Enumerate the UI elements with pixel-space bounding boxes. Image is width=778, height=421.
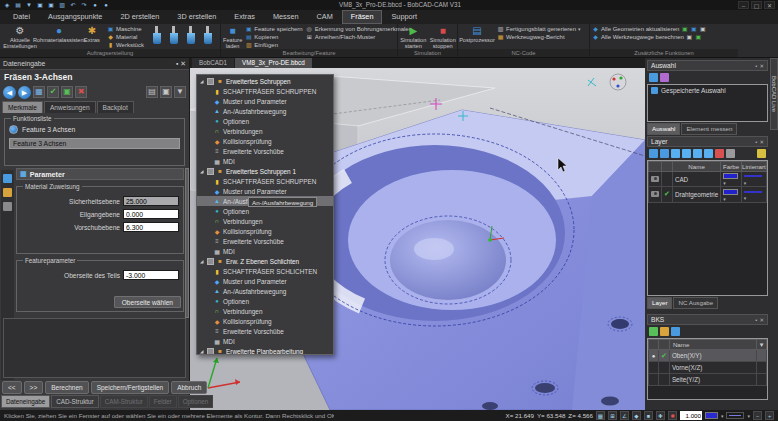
tree-item[interactable]: ▮ SCHAFTFRÄSER SCHRUPPEN <box>197 86 333 96</box>
forward-arrow-button[interactable]: ▶ <box>18 86 31 99</box>
open-file-icon[interactable]: ▼ <box>25 1 33 9</box>
cancel-x-icon[interactable]: ✖ <box>75 86 87 98</box>
wizard-tab[interactable]: Merkmale <box>2 101 43 113</box>
layer-settings-icon[interactable] <box>726 149 735 158</box>
tree-item[interactable]: ∩ Verbindungen <box>197 126 333 136</box>
layer-folder-icon[interactable] <box>660 149 669 158</box>
close-icon[interactable]: ✕ <box>759 63 764 69</box>
grid-icon[interactable]: ▦ <box>33 86 45 98</box>
rapid-plane-input[interactable] <box>123 209 179 219</box>
top-of-part-input[interactable] <box>123 270 179 280</box>
tree-item[interactable]: ▮ SCHAFTFRÄSER SCHLICHTEN <box>197 266 333 276</box>
caret-icon[interactable]: ◢ <box>200 349 205 354</box>
tree-item[interactable]: ◆ Muster und Parameter <box>197 96 333 106</box>
undo-icon[interactable]: ↶ <box>69 1 77 9</box>
menu-tab[interactable]: Messen <box>264 10 308 24</box>
layer-color-swatch[interactable] <box>723 173 738 179</box>
tree-item[interactable]: ≡ Erweiterte Vorschübe <box>197 236 333 246</box>
layer-key-icon[interactable] <box>757 149 766 158</box>
close-icon[interactable]: ✕ <box>180 60 186 67</box>
start-simulation-button[interactable]: ▶ Simulation starten <box>400 25 427 49</box>
stop-simulation-button[interactable]: ■ Simulation stoppen <box>430 25 457 49</box>
endmill-tool-icon[interactable] <box>153 26 161 44</box>
minimize-button[interactable]: – <box>738 1 749 9</box>
menu-tab[interactable]: Extras <box>225 10 264 24</box>
grid-toggle-icon[interactable]: ▦ <box>596 411 605 420</box>
decrease-icon[interactable]: − <box>753 411 762 420</box>
delete-layer-icon[interactable] <box>715 149 724 158</box>
print-icon[interactable]: ▥ <box>58 1 66 9</box>
select-top-button[interactable]: Oberseite wählen <box>114 296 181 308</box>
save-all-icon[interactable]: ▣ <box>47 1 55 9</box>
mini-icon[interactable]: ▣ <box>699 26 706 33</box>
node-box-icon[interactable] <box>207 78 214 85</box>
menu-tab[interactable]: 2D erstellen <box>111 10 168 24</box>
layer-color-swatch[interactable] <box>723 189 738 195</box>
tree-item[interactable]: ◆ Kollisionsprüfung <box>197 136 333 146</box>
add-ucs-icon[interactable] <box>649 327 658 336</box>
menu-tab[interactable]: Datei <box>4 10 39 24</box>
ortho-toggle-icon[interactable]: ◆ <box>632 411 641 420</box>
wizard-button[interactable]: Berechnen <box>45 381 88 394</box>
tree-item[interactable]: ◆ Kollisionsprüfung <box>197 316 333 326</box>
layer-down-icon[interactable] <box>682 149 691 158</box>
panel-tab[interactable]: CAD-Struktur <box>51 395 98 408</box>
tree-item[interactable]: ◢ ■ Erw. Z Ebenen Schlichten <box>197 256 333 266</box>
pin-icon[interactable]: ▪ <box>755 63 757 69</box>
increase-icon[interactable]: + <box>765 411 774 420</box>
feed-plane-input[interactable] <box>123 222 179 232</box>
menu-tab[interactable]: Fräsen <box>342 10 383 24</box>
caret-icon[interactable]: ◢ <box>200 169 205 174</box>
mini-icon[interactable]: ▣ <box>686 34 693 41</box>
select-saved-icon[interactable] <box>660 73 669 82</box>
reference-icon[interactable]: ✱ <box>668 411 677 420</box>
edit-ucs-icon[interactable] <box>660 327 669 336</box>
panel-scrollbar[interactable] <box>185 168 189 318</box>
mini-icon[interactable]: ▣ <box>690 26 697 33</box>
node-box-icon[interactable] <box>207 258 214 265</box>
panel-tab[interactable]: Layer <box>647 297 672 309</box>
maximize-button[interactable]: ▢ <box>751 1 762 9</box>
tree-item[interactable]: ◆ Kollisionsprüfung <box>197 226 333 236</box>
tree-item[interactable]: ∩ Verbindungen <box>197 306 333 316</box>
compute-all-toolpaths-button[interactable]: ◆Alle Werkzeugwege berechnen ▣▣ <box>592 34 706 41</box>
feature-radio[interactable]: Feature 3 Achsen <box>9 125 180 134</box>
machine-button[interactable]: ▣Maschine <box>107 26 144 33</box>
back-arrow-button[interactable]: ◀ <box>3 86 16 99</box>
material-button[interactable]: ◆Material <box>107 34 144 41</box>
pin-icon[interactable]: ▪ <box>176 60 178 67</box>
mini-icon[interactable]: ▣ <box>681 26 688 33</box>
redo-icon[interactable]: ↷ <box>80 1 88 9</box>
parameter-page-icon[interactable] <box>3 174 12 183</box>
bobcad-live-tab[interactable]: BobCAD Live <box>770 58 778 130</box>
caret-icon[interactable]: ◢ <box>200 259 205 264</box>
menu-tab[interactable]: Ausgangspunkte <box>39 10 111 24</box>
angle-toggle-icon[interactable]: ∠ <box>620 411 629 420</box>
tree-item[interactable]: ◢ ■ Erweitertes Schruppen <box>197 76 333 86</box>
wizard-button[interactable]: << <box>2 381 22 394</box>
menu-tab[interactable]: Support <box>382 10 426 24</box>
menu-tab[interactable]: CAM <box>308 10 342 24</box>
list-item[interactable]: Gespeicherte Auswahl <box>648 85 767 96</box>
stock-wizard-button[interactable]: ● Rohmaterialassistent <box>41 25 77 43</box>
select-icon[interactable] <box>649 73 658 82</box>
visibility-camera-icon[interactable] <box>651 176 659 182</box>
filter-icon[interactable]: ▼ <box>758 341 764 348</box>
new-file-icon[interactable]: ▤ <box>14 1 22 9</box>
tree-item[interactable]: ◢ ■ Erweitertes Schruppen 1 <box>197 166 333 176</box>
panel-tab[interactable]: Auswahl <box>647 123 680 135</box>
wizard-button[interactable]: Abbruch <box>171 381 207 394</box>
update-geometry-button[interactable]: ◆Alle Geometrien aktualisieren ▣▣▣ <box>592 26 706 33</box>
copy-page-icon[interactable]: ▤ <box>146 86 158 98</box>
selected-feature-item[interactable]: Feature 3 Achsen <box>9 138 180 149</box>
endmill-tool-icon[interactable] <box>204 26 212 44</box>
post-processor-button[interactable]: ▤ Postprozessor <box>460 25 494 43</box>
apply-check-icon[interactable]: ✔ <box>47 86 59 98</box>
caret-icon[interactable]: ◢ <box>200 79 205 84</box>
toolpath-report-button[interactable]: ▦Werkzeugweg-Bericht <box>497 34 581 41</box>
document-tab[interactable]: VM8_3x_Pro-DE.bbcd <box>235 58 312 68</box>
tree-item[interactable]: ◆ Muster und Parameter <box>197 186 333 196</box>
layer-up-icon[interactable] <box>671 149 680 158</box>
layer-row[interactable]: ✔ Drahtgeometrie ▾ ▾ <box>649 187 767 202</box>
node-box-icon[interactable] <box>207 168 214 175</box>
